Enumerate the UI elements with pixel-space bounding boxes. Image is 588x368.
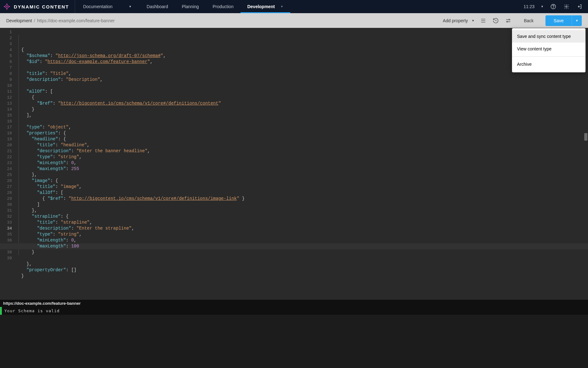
gutter-line-number: 39 xyxy=(0,255,12,261)
code-line[interactable]: "$id": "https://doc-example.com/feature-… xyxy=(16,59,588,65)
time-dropdown[interactable]: 11:23 ▼ xyxy=(524,4,544,9)
code-line[interactable]: ] xyxy=(16,202,588,208)
menu-save-and-sync[interactable]: Save and sync content type xyxy=(512,30,585,43)
code-line[interactable]: "allOf": [ xyxy=(16,190,588,196)
gutter-line-number: 19 xyxy=(0,136,12,142)
gutter-line-number: 5 xyxy=(0,53,12,59)
code-line[interactable]: "minLength": 0, xyxy=(16,160,588,166)
tab-production[interactable]: Production xyxy=(206,0,241,13)
code-line[interactable]: "$schema": "http://json-schema.org/draft… xyxy=(16,53,588,59)
code-line[interactable]: { "$ref": "http://bigcontent.io/cms/sche… xyxy=(16,196,588,202)
subheader-actions: Add property ▼ Back Save ▼ xyxy=(443,15,582,26)
code-line[interactable]: "description": "Description", xyxy=(16,77,588,83)
code-line[interactable]: "description": "Enter the banner headlin… xyxy=(16,148,588,154)
tab-development[interactable]: Development ▼ xyxy=(241,0,290,13)
code-line[interactable]: } xyxy=(16,273,588,279)
gutter-line-number: 29 xyxy=(0,196,12,202)
gutter-line-number: 31 xyxy=(0,208,12,214)
code-line[interactable]: "image": { xyxy=(16,178,588,184)
code-line[interactable]: "headline": { xyxy=(16,136,588,142)
code-line[interactable]: "title": "headline", xyxy=(16,142,588,148)
nav-documentation[interactable]: Documentation ▼ xyxy=(75,4,140,9)
arrange-icon[interactable] xyxy=(479,17,487,24)
code-line[interactable]: ], xyxy=(16,112,588,118)
code-line[interactable]: { xyxy=(16,47,588,53)
save-dropdown-menu: Save and sync content type View content … xyxy=(512,28,585,72)
menu-view-label: View content type xyxy=(517,46,551,51)
status-message-row: Your Schema is valid xyxy=(0,307,588,315)
gutter-line-number: 27 xyxy=(0,184,12,190)
code-line[interactable]: "$ref": "http://bigcontent.io/cms/schema… xyxy=(16,101,588,106)
nav-tabs: Dashboard Planning Production Developmen… xyxy=(140,0,290,13)
sub-header: Development / https://doc-example.com/fe… xyxy=(0,13,588,28)
svg-point-5 xyxy=(507,21,508,22)
tab-dashboard[interactable]: Dashboard xyxy=(140,0,175,13)
gutter-line-number: 34 xyxy=(0,225,12,231)
tab-planning-label: Planning xyxy=(182,4,199,9)
code-line[interactable]: "title": "strapline", xyxy=(16,220,588,225)
gutter-line-number: 1 xyxy=(0,29,12,35)
gutter-line-number: 6 xyxy=(0,59,12,65)
menu-archive-label: Archive xyxy=(517,62,532,67)
gutter-line-number: 28 xyxy=(0,190,12,196)
gutter-line-number: 8 xyxy=(0,71,12,77)
gutter-line-number: 13 xyxy=(0,101,12,106)
chevron-down-icon: ▼ xyxy=(575,19,578,22)
code-line[interactable]: { xyxy=(16,95,588,101)
editor-code-area[interactable]: { "$schema": "http://json-schema.org/dra… xyxy=(16,28,588,300)
save-button[interactable]: Save xyxy=(545,15,572,26)
code-line[interactable] xyxy=(16,65,588,71)
tab-planning[interactable]: Planning xyxy=(175,0,206,13)
code-line[interactable]: "title": "Title", xyxy=(16,71,588,77)
code-line[interactable]: }, xyxy=(16,261,588,267)
code-line[interactable]: "propertyOrder": [] xyxy=(16,267,588,273)
code-line[interactable]: }, xyxy=(16,208,588,214)
breadcrumb-current: https://doc-example.com/feature-banner xyxy=(37,18,114,23)
code-line[interactable]: "type": "string", xyxy=(16,154,588,160)
code-editor[interactable]: 1234567891011121314151617181920212223242… xyxy=(0,28,588,300)
gutter-line-number: 15 xyxy=(0,112,12,118)
logout-icon[interactable] xyxy=(576,3,583,10)
code-line[interactable]: "title": "image", xyxy=(16,184,588,190)
menu-archive[interactable]: Archive xyxy=(512,58,585,70)
menu-view-content-type[interactable]: View content type xyxy=(512,43,585,55)
help-icon[interactable] xyxy=(550,3,557,10)
save-label: Save xyxy=(554,18,564,23)
gutter-line-number: 32 xyxy=(0,214,12,220)
breadcrumb-root[interactable]: Development xyxy=(6,18,32,23)
gutter-line-number: 26 xyxy=(0,178,12,184)
tab-dashboard-label: Dashboard xyxy=(147,4,168,9)
code-line[interactable]: "allOf": [ xyxy=(16,89,588,95)
svg-point-4 xyxy=(509,19,510,20)
code-line[interactable]: "maxLength": 255 xyxy=(16,166,588,172)
gutter-line-number: 10 xyxy=(0,83,12,89)
code-line[interactable]: "maxLength": 100 xyxy=(16,243,588,249)
status-message: Your Schema is valid xyxy=(2,307,62,315)
settings-sliders-icon[interactable] xyxy=(504,17,512,24)
code-line[interactable]: "minLength": 0, xyxy=(16,237,588,243)
code-line[interactable]: "properties": { xyxy=(16,130,588,136)
add-property-label: Add property xyxy=(443,18,468,23)
gutter-line-number: 7 xyxy=(0,65,12,71)
status-panel: https://doc-example.com/feature-banner Y… xyxy=(0,300,588,315)
code-line[interactable]: "strapline": { xyxy=(16,214,588,220)
add-property-dropdown[interactable]: Add property ▼ xyxy=(443,18,474,23)
gutter-line-number: 3 xyxy=(0,41,12,47)
code-line[interactable] xyxy=(16,255,588,261)
top-navbar: DYNAMIC CONTENT Documentation ▼ Dashboar… xyxy=(0,0,588,13)
code-line[interactable]: "type": "object", xyxy=(16,124,588,130)
gear-icon[interactable] xyxy=(563,3,570,10)
code-line[interactable]: "type": "string", xyxy=(16,231,588,237)
code-line[interactable] xyxy=(16,83,588,89)
code-line[interactable]: }, xyxy=(16,172,588,178)
code-line[interactable]: } xyxy=(16,106,588,112)
history-icon[interactable] xyxy=(492,17,499,24)
save-dropdown-toggle[interactable]: ▼ xyxy=(572,15,582,26)
code-line[interactable]: } xyxy=(16,249,588,255)
code-line[interactable]: "description": "Enter the strapline", xyxy=(16,225,588,231)
back-button[interactable]: Back xyxy=(517,16,540,26)
code-line[interactable] xyxy=(16,118,588,124)
time-value: 11:23 xyxy=(524,4,535,9)
editor-scroll-thumb[interactable] xyxy=(584,133,587,141)
gutter-line-number: 20 xyxy=(0,142,12,148)
